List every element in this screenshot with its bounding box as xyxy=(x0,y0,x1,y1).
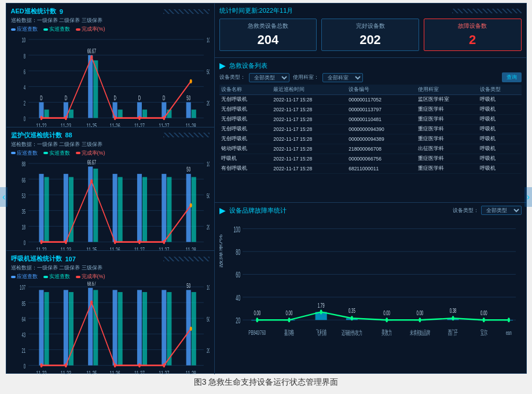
table-cell-1: 2022-11-17 15:28 xyxy=(271,144,347,154)
table-cell-0: 有创呼吸机 xyxy=(219,164,272,174)
col-type: 设备类型 xyxy=(478,85,522,95)
table-cell-2: 0000000094390 xyxy=(347,125,416,134)
legend-label-1: 应巡查数 xyxy=(17,25,38,33)
svg-text:0.00: 0.00 xyxy=(254,309,261,317)
svg-rect-76 xyxy=(142,177,146,242)
table-cell-3: 监区医学科室 xyxy=(416,95,478,105)
monitor-teal-dot xyxy=(43,152,48,154)
svg-text:11-26: 11-26 xyxy=(109,246,120,251)
col-time: 最近巡检时间 xyxy=(271,85,347,95)
table-cell-0: 铭动呼吸机 xyxy=(219,144,272,154)
aed-title: AED巡检统计数 9 xyxy=(11,7,210,16)
svg-text:0.00: 0.00 xyxy=(480,309,487,317)
svg-point-87 xyxy=(189,203,192,207)
device-list-title: 急救设备列表 xyxy=(229,61,267,70)
table-row: 无创呼吸机2022-11-17 15:28000000110481重症医学科呼吸… xyxy=(219,115,522,125)
svg-text:100: 100 xyxy=(206,160,209,167)
left-panel: AED巡检统计数 9 巡检数据：一级保养 二级保养 三级保养 应巡查数 实巡查数 xyxy=(6,3,215,374)
svg-text:未填初始品牌: 未填初始品牌 xyxy=(409,329,430,337)
svg-text:100: 100 xyxy=(206,37,209,44)
svg-text:11-28: 11-28 xyxy=(185,370,196,374)
svg-text:11-27: 11-27 xyxy=(159,370,169,374)
table-cell-1: 2022-11-17 15:28 xyxy=(271,115,347,125)
svg-rect-74 xyxy=(93,169,98,242)
device-type-select[interactable]: 全部类型 xyxy=(249,73,289,82)
svg-text:0: 0 xyxy=(23,239,25,246)
svg-point-131 xyxy=(163,363,165,367)
table-cell-3: 重症医学科 xyxy=(416,134,478,144)
legend-teal: 实巡查数 xyxy=(43,25,70,33)
svg-text:50: 50 xyxy=(186,166,190,173)
svg-rect-22 xyxy=(44,110,49,118)
table-cell-2: 000000110481 xyxy=(347,115,416,125)
resp-teal-dot xyxy=(43,276,48,278)
table-cell-2: 68211000011 xyxy=(347,164,416,174)
svg-rect-18 xyxy=(112,102,117,118)
fault-chart-area: 故障率/% 100 80 60 40 20 0.00 xyxy=(219,217,522,366)
teal-dot xyxy=(43,28,48,31)
table-cell-4: 呼吸机 xyxy=(478,115,522,125)
svg-text:20: 20 xyxy=(206,224,209,231)
total-devices-card: 急救类设备总数 204 xyxy=(219,19,317,51)
respirator-title: 呼吸机巡检统计数 107 xyxy=(11,254,210,263)
monitor-legend-2: 实巡查数 xyxy=(49,149,70,157)
fault-devices-title: 故障设备数 xyxy=(429,22,516,30)
svg-text:11-23: 11-23 xyxy=(60,122,71,127)
svg-rect-119 xyxy=(93,290,98,366)
legend-blue: 应巡查数 xyxy=(11,25,38,33)
svg-text:100: 100 xyxy=(206,284,209,291)
svg-text:0.00: 0.00 xyxy=(416,309,423,317)
fault-chart-svg: 故障率/% 100 80 60 40 20 0.00 xyxy=(219,217,522,366)
svg-rect-15 xyxy=(39,102,43,118)
dept-label: 使用科室： xyxy=(293,74,319,81)
fault-devices-value: 2 xyxy=(429,32,516,48)
device-type-label: 设备类型： xyxy=(219,74,245,81)
svg-text:50: 50 xyxy=(206,316,209,323)
monitor-legend-3: 完成率(%) xyxy=(82,149,105,157)
table-cell-0: 无创呼吸机 xyxy=(219,115,272,125)
nav-left-button[interactable]: ‹ xyxy=(0,187,8,207)
monitor-red-dot xyxy=(76,152,80,154)
svg-text:66: 66 xyxy=(21,176,25,183)
table-cell-1: 2022-11-17 15:28 xyxy=(271,95,347,105)
svg-text:D: D xyxy=(64,94,67,101)
table-cell-0: 呼吸机 xyxy=(219,154,272,164)
fault-device-type-select[interactable]: 全部类型 xyxy=(481,206,522,215)
svg-text:85: 85 xyxy=(21,300,25,307)
svg-rect-68 xyxy=(112,174,117,242)
aed-chart: 10 8 6 4 2 0 100 50 20 xyxy=(11,34,210,127)
svg-text:迈瑞创伤/友力: 迈瑞创伤/友力 xyxy=(341,329,362,337)
svg-text:飞利浦: 飞利浦 xyxy=(316,329,326,337)
svg-text:66.67: 66.67 xyxy=(87,159,96,166)
monitor-subtitle: 巡检数据：一级保养 二级保养 三级保养 xyxy=(11,141,210,148)
svg-point-169 xyxy=(288,318,290,322)
right-panel: 统计时间更新:2022年11月 急救类设备总数 204 完好设备数 202 故障… xyxy=(215,3,526,374)
dept-select[interactable]: 全部科室 xyxy=(322,73,363,82)
svg-text:11-25: 11-25 xyxy=(86,122,97,127)
table-cell-4: 呼吸机 xyxy=(478,164,522,174)
filter-row: 设备类型： 全部类型 使用科室： 全部科室 查询 xyxy=(219,72,522,82)
table-cell-2: 0000000094389 xyxy=(347,134,416,144)
svg-point-82 xyxy=(64,240,67,244)
aed-section: AED巡检统计数 9 巡检数据：一级保养 二级保养 三级保养 应巡查数 实巡查数 xyxy=(6,3,214,127)
svg-text:11-22: 11-22 xyxy=(36,246,46,251)
table-cell-4: 呼吸机 xyxy=(478,144,522,154)
table-header-row: 设备名称 最近巡检时间 设备编号 使用科室 设备类型 xyxy=(219,85,522,95)
svg-rect-26 xyxy=(142,110,146,118)
search-button[interactable]: 查询 xyxy=(502,72,522,82)
nav-right-button[interactable]: › xyxy=(524,187,532,207)
table-cell-2: 000000117052 xyxy=(347,95,416,105)
table-cell-3: 出征医学科 xyxy=(416,144,478,154)
svg-text:11-26: 11-26 xyxy=(109,370,120,374)
table-row: 无创呼吸机2022-11-17 15:280000000094390重症医学科呼… xyxy=(219,125,522,134)
svg-text:80: 80 xyxy=(236,247,240,256)
good-devices-value: 202 xyxy=(326,32,414,48)
monitor-legend-items: 应巡查数 实巡查数 完成率(%) xyxy=(11,149,210,157)
svg-rect-75 xyxy=(118,177,122,242)
table-cell-1: 2022-11-17 15:28 xyxy=(271,134,347,144)
main-dashboard: AED巡检统计数 9 巡检数据：一级保养 二级保养 三级保养 应巡查数 实巡查数 xyxy=(6,3,527,374)
col-dept: 使用科室 xyxy=(416,85,478,95)
respirator-chart: 107 85 64 43 21 0 100 50 20 xyxy=(11,282,210,374)
svg-text:11-27: 11-27 xyxy=(159,122,169,127)
stats-cards: 急救类设备总数 204 完好设备数 202 故障设备数 2 xyxy=(219,19,522,51)
